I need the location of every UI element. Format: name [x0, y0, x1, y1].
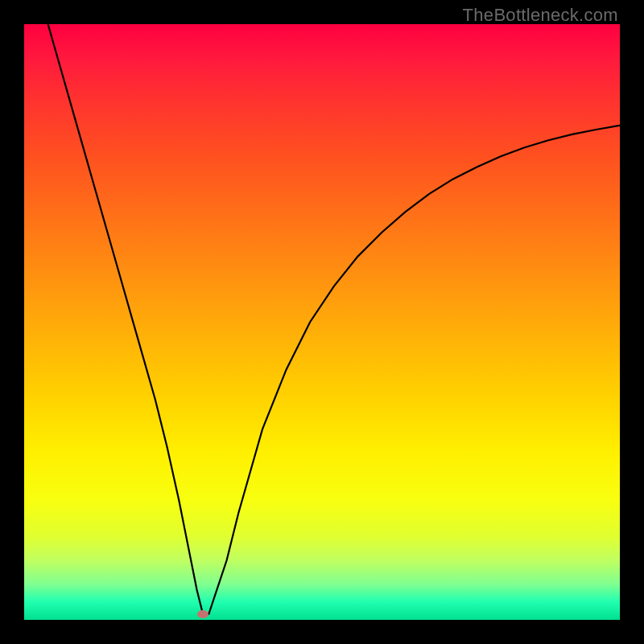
plot-area	[24, 24, 620, 620]
optimal-point-marker	[197, 610, 208, 618]
bottleneck-curve	[24, 24, 620, 620]
watermark-text: TheBottleneck.com	[463, 5, 618, 26]
chart-container: TheBottleneck.com	[0, 0, 644, 644]
